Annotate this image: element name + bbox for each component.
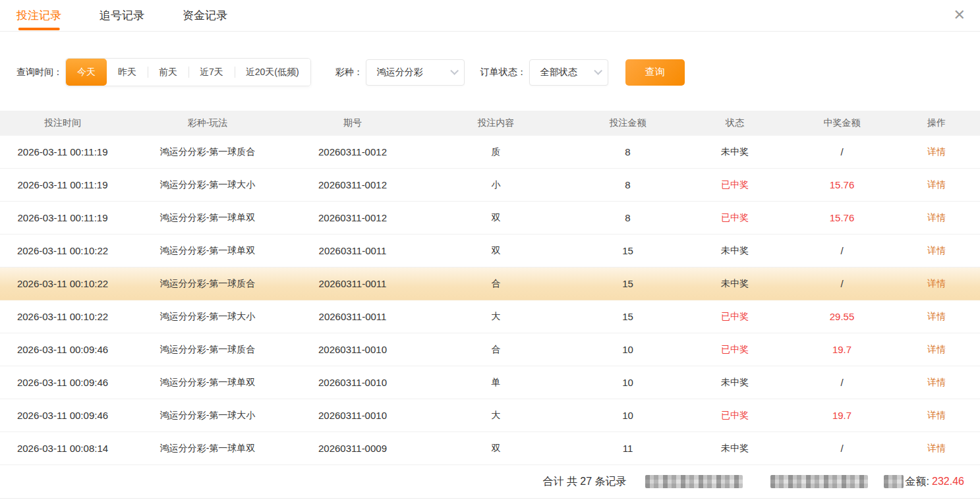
time-option-近20天(低频)[interactable]: 近20天(低频)	[235, 59, 310, 86]
tabs-container: 投注记录追号记录资金记录	[16, 0, 266, 32]
redacted-label-fragment	[884, 475, 904, 488]
cell-game-type: 鸿运分分彩-第一球单双	[125, 443, 290, 455]
cell-bet-amount: 15	[577, 311, 679, 322]
cell-status: 未中奖	[679, 146, 791, 158]
cell-bet-amount: 8	[577, 146, 679, 157]
cell-game-type: 鸿运分分彩-第一球质合	[125, 278, 290, 290]
cell-game-type: 鸿运分分彩-第一球大小	[125, 311, 290, 323]
cell-status: 已中奖	[679, 179, 791, 191]
cell-action: 详情	[893, 344, 980, 356]
detail-link[interactable]: 详情	[927, 443, 946, 453]
cell-prize-amount: 15.76	[791, 212, 893, 223]
cell-issue-number: 20260311-0012	[290, 179, 415, 190]
cell-bet-amount: 15	[577, 278, 679, 289]
column-header-期号: 期号	[290, 117, 415, 129]
time-option-近7天[interactable]: 近7天	[188, 59, 235, 86]
cell-action: 详情	[893, 377, 980, 389]
detail-link[interactable]: 详情	[927, 377, 946, 387]
detail-link[interactable]: 详情	[927, 245, 946, 256]
cell-bet-time: 2026-03-11 00:09:46	[0, 410, 125, 421]
cell-bet-amount: 10	[577, 377, 679, 388]
chevron-down-icon	[450, 67, 459, 75]
time-option-昨天[interactable]: 昨天	[107, 59, 148, 86]
table-row: 2026-03-11 00:11:19鸿运分分彩-第一球大小20260311-0…	[0, 169, 980, 202]
cell-bet-content: 大	[415, 311, 577, 323]
cell-bet-amount: 15	[577, 245, 679, 256]
time-option-今天[interactable]: 今天	[66, 59, 107, 86]
cell-action: 详情	[893, 311, 980, 323]
cell-status: 未中奖	[679, 443, 791, 455]
time-filter-label: 查询时间：	[16, 67, 63, 78]
table-body: 2026-03-11 00:11:19鸿运分分彩-第一球质合20260311-0…	[0, 136, 980, 465]
order-status-select[interactable]: 全部状态	[529, 59, 608, 86]
cell-bet-content: 合	[415, 344, 577, 356]
time-option-前天[interactable]: 前天	[148, 59, 188, 86]
cell-issue-number: 20260311-0011	[290, 278, 415, 289]
cell-status: 已中奖	[679, 212, 791, 224]
tab-投注记录[interactable]: 投注记录	[16, 0, 61, 32]
table-row: 2026-03-11 00:09:46鸿运分分彩-第一球单双20260311-0…	[0, 366, 980, 399]
cell-action: 详情	[893, 278, 980, 290]
cell-status: 已中奖	[679, 311, 791, 323]
cell-bet-time: 2026-03-11 00:10:22	[0, 245, 125, 256]
cell-prize-amount: /	[791, 245, 893, 256]
cell-status: 已中奖	[679, 410, 791, 422]
table-row: 2026-03-11 00:10:22鸿运分分彩-第一球质合20260311-0…	[0, 267, 980, 300]
cell-bet-time: 2026-03-11 00:10:22	[0, 278, 125, 289]
cell-action: 详情	[893, 410, 980, 422]
table-row: 2026-03-11 00:08:14鸿运分分彩-第一球单双20260311-0…	[0, 432, 980, 465]
close-icon[interactable]: ✕	[951, 5, 968, 25]
cell-bet-content: 大	[415, 410, 577, 422]
cell-game-type: 鸿运分分彩-第一球单双	[125, 212, 290, 224]
detail-link[interactable]: 详情	[927, 344, 946, 354]
cell-prize-amount: /	[791, 278, 893, 289]
detail-link[interactable]: 详情	[927, 212, 946, 223]
cell-game-type: 鸿运分分彩-第一球大小	[125, 179, 290, 191]
cell-bet-content: 双	[415, 245, 577, 257]
cell-game-type: 鸿运分分彩-第一球单双	[125, 377, 290, 389]
table-footer: 合计 共 27 条记录 金额: 232.46	[0, 465, 980, 499]
cell-bet-time: 2026-03-11 00:10:22	[0, 311, 125, 322]
filter-row: 查询时间： 今天昨天前天近7天近20天(低频) 彩种： 鸿运分分彩 订单状态： …	[16, 58, 980, 86]
cell-prize-amount: 15.76	[791, 179, 893, 190]
cell-bet-content: 双	[415, 443, 577, 455]
detail-link[interactable]: 详情	[927, 311, 946, 321]
search-button[interactable]: 查询	[625, 59, 685, 86]
cell-bet-content: 双	[415, 212, 577, 224]
cell-issue-number: 20260311-0011	[290, 245, 415, 256]
table-row: 2026-03-11 00:09:46鸿运分分彩-第一球大小20260311-0…	[0, 399, 980, 432]
cell-prize-amount: /	[791, 146, 893, 157]
cell-action: 详情	[893, 245, 980, 257]
column-header-彩种-玩法: 彩种-玩法	[125, 117, 290, 129]
detail-link[interactable]: 详情	[927, 410, 946, 420]
cell-issue-number: 20260311-0012	[290, 146, 415, 157]
lottery-select-value: 鸿运分分彩	[377, 67, 423, 78]
cell-prize-amount: 19.7	[791, 344, 893, 355]
cell-status: 未中奖	[679, 245, 791, 257]
cell-bet-amount: 8	[577, 179, 679, 190]
cell-bet-time: 2026-03-11 00:09:46	[0, 344, 125, 355]
chevron-down-icon	[594, 67, 602, 75]
column-header-操作: 操作	[893, 117, 980, 129]
table-row: 2026-03-11 00:11:19鸿运分分彩-第一球质合20260311-0…	[0, 136, 980, 169]
cell-action: 详情	[893, 212, 980, 224]
tab-bar: 投注记录追号记录资金记录 ✕	[0, 0, 980, 32]
cell-issue-number: 20260311-0012	[290, 212, 415, 223]
cell-bet-time: 2026-03-11 00:09:46	[0, 377, 125, 388]
order-status-value: 全部状态	[540, 67, 577, 78]
redacted-amount-block	[770, 475, 868, 488]
cell-issue-number: 20260311-0011	[290, 311, 415, 322]
table-row: 2026-03-11 00:10:22鸿运分分彩-第一球单双20260311-0…	[0, 235, 980, 267]
table-row: 2026-03-11 00:09:46鸿运分分彩-第一球质合20260311-0…	[0, 333, 980, 366]
detail-link[interactable]: 详情	[927, 146, 946, 157]
cell-prize-amount: /	[791, 443, 893, 454]
cell-issue-number: 20260311-0010	[290, 344, 415, 355]
detail-link[interactable]: 详情	[927, 278, 946, 289]
lottery-select[interactable]: 鸿运分分彩	[366, 59, 465, 86]
detail-link[interactable]: 详情	[927, 179, 946, 190]
cell-bet-content: 质	[415, 146, 577, 158]
tab-资金记录[interactable]: 资金记录	[183, 0, 227, 32]
tab-追号记录[interactable]: 追号记录	[100, 0, 144, 32]
cell-bet-time: 2026-03-11 00:08:14	[0, 443, 125, 454]
cell-bet-amount: 10	[577, 344, 679, 355]
